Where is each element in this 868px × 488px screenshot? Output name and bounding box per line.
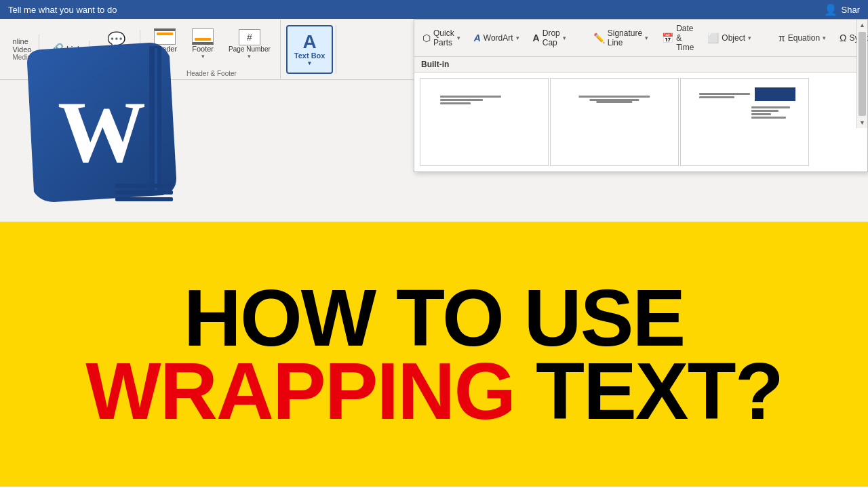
built-in-header: Built-in (414, 57, 867, 73)
wordart-arrow: ▾ (516, 35, 519, 41)
page-number-button[interactable]: # Page Number ▾ (223, 20, 276, 68)
top-bar: Tell me what you want to do 👤 Shar (0, 0, 868, 19)
page-number-label: Page Number (229, 45, 271, 53)
wordart-label: WordArt (484, 33, 513, 43)
text-box-label: Text Box (294, 52, 326, 60)
template-card-1-inner (433, 87, 535, 157)
date-time-label: Date & Time (676, 24, 694, 52)
share-label[interactable]: Shar (842, 5, 860, 15)
card3-main-text (699, 93, 750, 100)
card3-header-bar (755, 87, 795, 101)
word-logo-svg: W (20, 29, 190, 205)
dropdown-scrollbar[interactable]: ▲ ▼ (856, 20, 867, 128)
share-area: 👤 Shar (824, 3, 860, 16)
built-in-label: Built-in (421, 60, 449, 69)
signature-line-button[interactable]: ✏️ Signature Line ▾ (591, 22, 651, 54)
svg-text:W: W (58, 83, 146, 180)
text-box-dropdown: ⬡ Quick Parts ▾ A WordArt ▾ A Drop Cap ▾ (414, 19, 868, 172)
word-logo-overlay: W (0, 19, 210, 216)
quick-parts-button[interactable]: ⬡ Quick Parts ▾ (420, 22, 463, 54)
drop-cap-icon: A (533, 33, 540, 43)
text-box-button[interactable]: A Text Box ▾ (286, 25, 334, 74)
signature-line-arrow: ▾ (645, 35, 648, 41)
symbol-icon: Ω (840, 33, 846, 43)
share-person-icon: 👤 (824, 3, 837, 16)
scroll-down-button[interactable]: ▼ (857, 117, 867, 128)
card3-side-text (751, 106, 790, 120)
signature-line-label: Signature Line (608, 28, 642, 47)
text-question: TEXT? (515, 346, 782, 436)
drop-cap-button[interactable]: A Drop Cap ▾ (530, 22, 569, 54)
date-time-button[interactable]: 📅 Date & Time (659, 22, 696, 54)
wordart-button[interactable]: A WordArt ▾ (471, 22, 522, 54)
tell-me-text[interactable]: Tell me what you want to do (8, 5, 117, 15)
equation-arrow: ▾ (823, 35, 826, 41)
lower-section: HOW TO USE WRAPPING TEXT? (0, 222, 868, 487)
card2-text (578, 96, 650, 103)
template-card-2-inner (564, 87, 665, 157)
template-cards-container (414, 73, 867, 171)
drop-cap-arrow: ▾ (563, 35, 566, 41)
equation-button[interactable]: π Equation ▾ (776, 22, 829, 54)
object-label: Object (722, 33, 745, 43)
quick-parts-arrow: ▾ (457, 35, 460, 41)
template-card-3-inner (694, 87, 795, 157)
template-card-1[interactable] (420, 78, 549, 166)
svg-rect-2 (155, 48, 157, 193)
page-number-arrow: ▾ (248, 53, 251, 60)
scroll-thumb[interactable] (859, 32, 866, 116)
signature-line-icon: ✏️ (593, 33, 605, 43)
template-card-3[interactable] (680, 78, 809, 166)
svg-rect-4 (115, 190, 173, 195)
object-button[interactable]: ⬜ Object ▾ (705, 22, 754, 54)
wordart-icon: A (474, 33, 481, 43)
quick-parts-label: Quick Parts (433, 28, 454, 47)
ribbon-area: nline Video Media 🔗 Link (0, 19, 868, 222)
equation-icon: π (778, 33, 785, 43)
page-number-icon: # (239, 29, 260, 45)
main-title-line2: WRAPPING TEXT? (85, 351, 782, 431)
object-arrow: ▾ (748, 35, 751, 41)
text-box-group: A Text Box ▾ (283, 25, 337, 74)
object-icon: ⬜ (707, 33, 719, 43)
wrapping-text: WRAPPING (85, 346, 515, 436)
scroll-up-button[interactable]: ▲ (857, 20, 867, 30)
svg-rect-5 (115, 197, 173, 201)
card1-text (440, 96, 501, 106)
text-box-icon: A (303, 33, 317, 52)
template-card-2[interactable] (550, 78, 679, 166)
drop-cap-label: Drop Cap (542, 28, 560, 47)
equation-label: Equation (788, 33, 820, 43)
svg-rect-3 (115, 184, 173, 188)
date-time-icon: 📅 (662, 33, 673, 43)
quick-parts-icon: ⬡ (422, 33, 431, 43)
text-box-arrow: ▾ (308, 60, 311, 66)
